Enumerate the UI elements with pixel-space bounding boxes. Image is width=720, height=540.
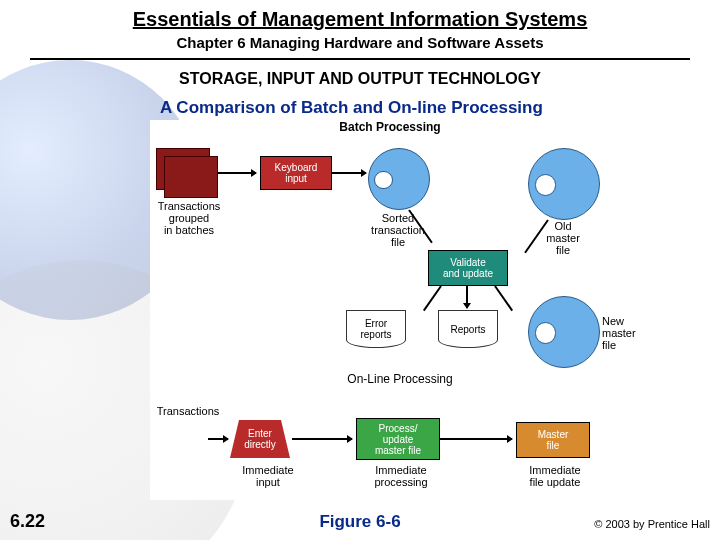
reports-doc: Reports	[438, 310, 498, 348]
enter-directly-box: Enter directly	[230, 420, 290, 458]
keyboard-input-box: Keyboard input	[260, 156, 332, 190]
arrow-down-icon	[466, 286, 468, 308]
arrow-icon	[218, 172, 256, 174]
divider	[30, 58, 690, 60]
arrow-diag-icon	[494, 285, 513, 311]
sorted-file-label: Sorted transaction file	[355, 212, 441, 248]
arrow-icon	[292, 438, 352, 440]
immediate-update-label: Immediate file update	[510, 464, 600, 488]
transactions-grouped-label: Transactions grouped in batches	[144, 200, 234, 236]
master-file-box: Master file	[516, 422, 590, 458]
arrow-icon	[332, 172, 366, 174]
copyright: © 2003 by Prentice Hall	[594, 518, 710, 530]
old-master-disk-icon	[528, 148, 600, 220]
transactions-label: Transactions	[148, 405, 228, 417]
arrow-diag-icon	[423, 285, 442, 311]
comparison-diagram: Batch Processing Transactions grouped in…	[150, 120, 630, 500]
error-reports-doc: Error reports	[346, 310, 406, 348]
section-heading: STORAGE, INPUT AND OUTPUT TECHNOLOGY	[0, 70, 720, 88]
batch-card-icon-front	[164, 156, 218, 198]
chapter-title: Chapter 6 Managing Hardware and Software…	[0, 34, 720, 51]
immediate-processing-label: Immediate processing	[356, 464, 446, 488]
batch-title: Batch Processing	[150, 120, 630, 134]
immediate-input-label: Immediate input	[228, 464, 308, 488]
new-master-disk-icon	[528, 296, 600, 368]
validate-update-box: Validate and update	[428, 250, 508, 286]
process-update-box: Process/ update master file	[356, 418, 440, 460]
new-master-label: New master file	[602, 315, 652, 351]
book-title: Essentials of Management Information Sys…	[0, 8, 720, 31]
sorted-file-disk-icon	[368, 148, 430, 210]
arrow-icon	[208, 438, 228, 440]
online-title: On-Line Processing	[300, 372, 500, 386]
arrow-icon	[440, 438, 512, 440]
slide-subtitle: A Comparison of Batch and On-line Proces…	[160, 98, 543, 118]
